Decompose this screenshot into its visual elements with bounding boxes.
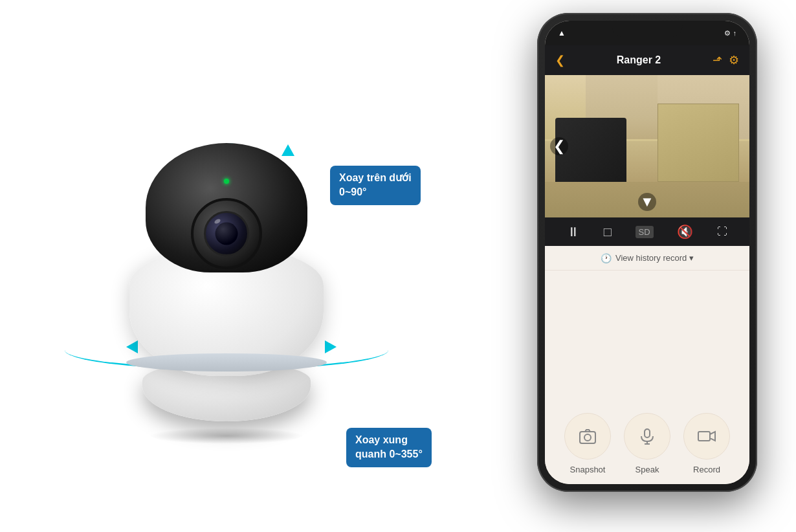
stop-button[interactable]: □ — [604, 225, 612, 239]
scroll-content — [545, 271, 749, 387]
fullscreen-button[interactable]: ⛶ — [717, 226, 727, 238]
phone-section: ▲ ⚙ ↑ ❮ Ranger 2 ⬏ ⚙ — [511, 13, 783, 519]
snapshot-icon-circle — [564, 413, 611, 460]
phone-screen: ▲ ⚙ ↑ ❮ Ranger 2 ⬏ ⚙ — [545, 21, 749, 484]
history-bar[interactable]: 🕐 View history record ▾ — [545, 246, 749, 271]
camera-base-ring — [126, 353, 327, 371]
action-buttons-row: Snapshot Speak — [545, 413, 749, 474]
camera-container: imou Xoay trên dưới 0~90° Xoay xung quan… — [91, 111, 362, 447]
share-icon[interactable]: ⬏ — [713, 53, 722, 67]
history-label[interactable]: View history record ▾ — [615, 253, 694, 263]
record-icon-circle — [683, 413, 730, 460]
app-title: Ranger 2 — [565, 54, 713, 66]
pause-button[interactable]: ⏸ — [567, 225, 580, 239]
microphone-icon — [637, 427, 657, 446]
tilt-down-button[interactable]: ▼ — [638, 193, 656, 211]
mute-button[interactable]: 🔇 — [677, 224, 693, 239]
camera-section: imou Xoay trên dưới 0~90° Xoay xung quan… — [0, 0, 453, 532]
tilt-label: Xoay trên dưới 0~90° — [330, 166, 421, 205]
phone-notch — [612, 21, 683, 37]
camera-shadow — [149, 428, 304, 444]
camera-lens — [191, 198, 262, 269]
rotate-label: Xoay xung quanh 0~355° — [346, 428, 432, 467]
snapshot-button[interactable]: Snapshot — [564, 413, 611, 474]
speak-button[interactable]: Speak — [624, 413, 670, 474]
pan-left-button[interactable]: ❮ — [550, 137, 568, 155]
history-clock-icon: 🕐 — [601, 253, 612, 263]
snapshot-label: Snapshot — [570, 465, 606, 474]
speak-label: Speak — [636, 465, 659, 474]
record-label: Record — [693, 465, 720, 474]
shelf-unit — [658, 104, 739, 182]
svg-point-1 — [584, 434, 591, 441]
camera-feed: ❮ ▼ — [545, 75, 749, 217]
app-header: ❮ Ranger 2 ⬏ ⚙ — [545, 45, 749, 75]
svg-rect-0 — [580, 432, 595, 443]
status-wifi-icon: ▲ — [558, 28, 566, 38]
speak-icon-circle — [624, 413, 670, 460]
status-led — [224, 179, 229, 184]
playback-controls: ⏸ □ SD 🔇 ⛶ — [545, 217, 749, 246]
settings-gear-icon[interactable]: ⚙ — [729, 53, 739, 67]
status-bar: ▲ ⚙ ↑ — [545, 21, 749, 45]
record-button[interactable]: Record — [683, 413, 730, 474]
status-icons: ⚙ ↑ — [724, 29, 736, 38]
camera-dome — [146, 143, 307, 272]
settings-icon: ⚙ ↑ — [724, 29, 736, 38]
back-button[interactable]: ❮ — [555, 53, 565, 67]
phone-shell: ▲ ⚙ ↑ ❮ Ranger 2 ⬏ ⚙ — [537, 13, 757, 492]
camera-lens-inner — [204, 211, 249, 256]
camera-body: imou — [123, 143, 330, 402]
snapshot-icon — [578, 427, 597, 446]
svg-rect-2 — [645, 429, 650, 438]
action-controls: Snapshot Speak — [545, 387, 749, 484]
camera-lens-core — [216, 223, 238, 245]
svg-rect-5 — [698, 432, 710, 441]
record-icon — [697, 427, 716, 446]
sd-indicator: SD — [636, 226, 654, 238]
